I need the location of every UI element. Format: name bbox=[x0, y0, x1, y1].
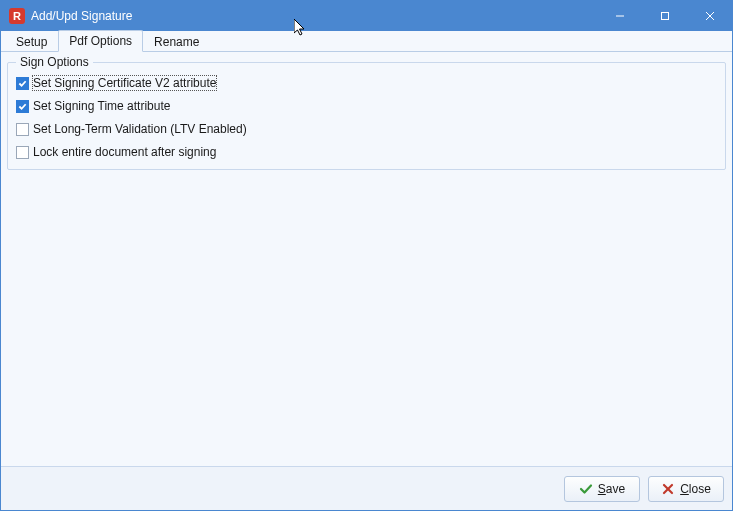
window-buttons bbox=[597, 1, 732, 31]
x-icon bbox=[661, 482, 675, 496]
svg-rect-1 bbox=[661, 13, 668, 20]
maximize-icon bbox=[660, 11, 670, 21]
checkbox-icon bbox=[16, 77, 29, 90]
app-icon: R bbox=[9, 8, 25, 24]
check-icon bbox=[579, 482, 593, 496]
checkbox-icon bbox=[16, 100, 29, 113]
close-button-label: Close bbox=[680, 482, 711, 496]
tab-rename[interactable]: Rename bbox=[143, 31, 210, 52]
content-area: Sign Options Set Signing Certificate V2 … bbox=[1, 52, 732, 466]
checkbox-icon bbox=[16, 123, 29, 136]
option-label: Set Signing Certificate V2 attribute bbox=[33, 76, 216, 90]
maximize-button[interactable] bbox=[642, 1, 687, 31]
save-button[interactable]: Save bbox=[564, 476, 640, 502]
footer: Save Close bbox=[1, 466, 732, 510]
titlebar: R Add/Upd Signature bbox=[1, 1, 732, 31]
minimize-icon bbox=[615, 11, 625, 21]
tab-setup[interactable]: Setup bbox=[5, 31, 58, 52]
option-ltv[interactable]: Set Long-Term Validation (LTV Enabled) bbox=[16, 122, 717, 136]
group-legend: Sign Options bbox=[16, 55, 93, 69]
sign-options-group: Sign Options Set Signing Certificate V2 … bbox=[7, 62, 726, 170]
option-label: Set Signing Time attribute bbox=[33, 99, 170, 113]
minimize-button[interactable] bbox=[597, 1, 642, 31]
tab-pdf-options[interactable]: Pdf Options bbox=[58, 30, 143, 52]
close-window-button[interactable] bbox=[687, 1, 732, 31]
option-signing-time[interactable]: Set Signing Time attribute bbox=[16, 99, 717, 113]
tab-strip: Setup Pdf Options Rename bbox=[1, 31, 732, 52]
close-button[interactable]: Close bbox=[648, 476, 724, 502]
option-signing-cert-v2[interactable]: Set Signing Certificate V2 attribute bbox=[16, 76, 717, 90]
save-button-label: Save bbox=[598, 482, 625, 496]
close-icon bbox=[705, 11, 715, 21]
checkbox-icon bbox=[16, 146, 29, 159]
option-label: Set Long-Term Validation (LTV Enabled) bbox=[33, 122, 247, 136]
option-lock-document[interactable]: Lock entire document after signing bbox=[16, 145, 717, 159]
window-title: Add/Upd Signature bbox=[31, 9, 132, 23]
option-label: Lock entire document after signing bbox=[33, 145, 216, 159]
window: R Add/Upd Signature Setup Pdf Options Re… bbox=[0, 0, 733, 511]
